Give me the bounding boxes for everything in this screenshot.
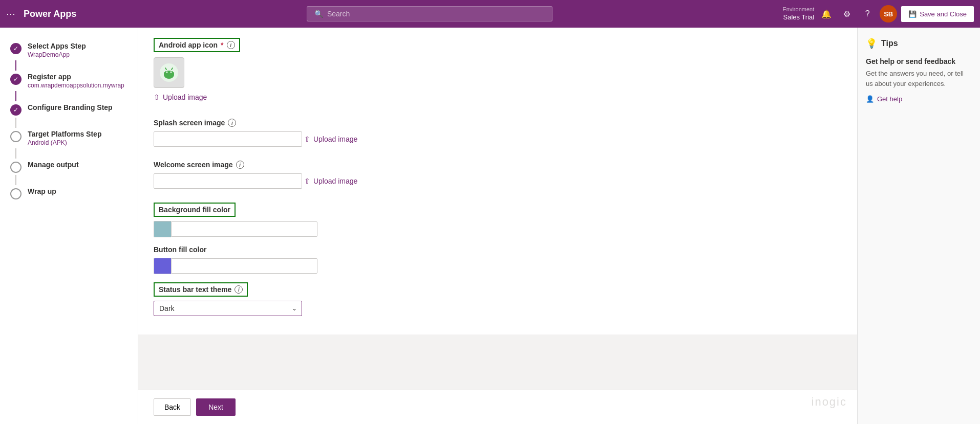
search-icon: 🔍 [314,10,323,18]
welcome-screen-group: Welcome screen image i undefined ⇧ Uploa… [154,161,842,194]
sidebar-item-wrap-up[interactable]: Wrap up [0,183,138,204]
step-title-wrap-up: Wrap up [28,187,56,195]
android-icon-info[interactable]: i [227,41,235,49]
sidebar-item-target-platforms[interactable]: Target Platforms Step Android (APK) [0,126,138,150]
bottom-actions: Back Next [138,390,857,424]
sidebar-item-register-app[interactable]: ✓ Register app com.wrapdemoappsolution.m… [0,69,138,93]
scrollable-main: Android app icon * i [138,28,857,390]
next-button[interactable]: Next [196,398,236,416]
tips-panel: 💡 Tips Get help or send feedback Get the… [857,28,980,424]
welcome-screen-input[interactable]: undefined [154,173,302,189]
upload-splash-link[interactable]: ⇧ Upload image [304,135,357,143]
help-icon[interactable]: ? [859,6,876,22]
step-indicator-manage-output [10,162,22,173]
button-fill-swatch[interactable] [154,258,171,274]
environment-name: Sales Trial [782,13,814,22]
sidebar-item-select-apps[interactable]: ✓ Select Apps Step WrapDemoApp [0,38,138,62]
step-text-manage-output: Manage output [28,161,79,169]
step-title-configure-branding: Configure Branding Step [28,103,113,111]
step-indicator-configure-branding: ✓ [10,104,22,116]
background-fill-label: Background fill color [159,206,230,214]
content-scroll-wrapper: Android app icon * i [138,28,857,424]
step-subtitle-target-platforms: Android (APK) [28,139,101,146]
search-box: 🔍 [307,6,552,21]
status-bar-dropdown[interactable]: Dark Light [154,301,302,316]
upload-welcome-link[interactable]: ⇧ Upload image [304,177,357,185]
step-indicator-register-app: ✓ [10,74,22,85]
svg-rect-7 [164,72,165,76]
tips-title: 💡 Tips [866,38,972,49]
background-fill-color-group: #8fbcc4 [154,221,317,237]
splash-screen-info[interactable]: i [228,119,236,127]
background-fill-group: Background fill color #8fbcc4 [154,203,842,237]
step-indicator-wrap-up [10,188,22,199]
status-bar-dropdown-container: Dark Light ⌄ [154,301,302,316]
step-title-manage-output: Manage output [28,161,79,169]
background-fill-label-highlighted: Background fill color [154,203,236,217]
android-icon-preview [154,57,184,88]
status-bar-label: Status bar text theme i [159,285,243,294]
save-icon: 💾 [908,10,917,18]
status-bar-label-highlighted: Status bar text theme i [154,282,248,297]
button-fill-color-group: #675fd9 [154,258,317,274]
welcome-screen-label: Welcome screen image i [154,161,842,169]
button-fill-label: Button fill color [154,246,842,254]
top-nav-right: Environment Sales Trial 🔔 ⚙ ? SB 💾 Save … [782,5,974,23]
sidebar-item-manage-output[interactable]: Manage output [0,157,138,177]
app-name: Power Apps [24,9,76,19]
settings-icon[interactable]: ⚙ [839,6,855,22]
sidebar: ✓ Select Apps Step WrapDemoApp ✓ Registe… [0,28,138,424]
step-text-wrap-up: Wrap up [28,187,56,195]
get-help-link[interactable]: 👤 Get help [866,95,902,103]
step-title-select-apps: Select Apps Step [28,42,86,50]
background-fill-swatch[interactable] [154,221,171,237]
step-indicator-target-platforms [10,131,22,142]
step-text-select-apps: Select Apps Step WrapDemoApp [28,42,86,58]
person-icon: 👤 [866,95,874,103]
sidebar-item-configure-branding[interactable]: ✓ Configure Branding Step [0,99,138,120]
step-subtitle-select-apps: WrapDemoApp [28,51,86,58]
status-bar-info[interactable]: i [235,285,243,294]
svg-rect-8 [173,72,174,76]
environment-label: Environment [782,6,814,13]
welcome-screen-info[interactable]: i [236,161,244,169]
tips-content: Get help or send feedback Get the answer… [866,57,972,103]
main-content: Android app icon * i [138,28,857,334]
step-title-target-platforms: Target Platforms Step [28,130,101,138]
content-area: Android app icon * i [138,28,980,424]
android-robot-svg [159,62,179,83]
splash-screen-group: Splash screen image i undefined ⇧ Upload… [154,119,842,152]
android-icon-label-highlighted: Android app icon * i [154,38,240,52]
environment-info: Environment Sales Trial [782,6,814,21]
android-icon-label: Android app icon * i [159,41,235,49]
tips-feedback-text: Get the answers you need, or tell us abo… [866,69,972,88]
avatar[interactable]: SB [880,5,897,23]
status-bar-group: Status bar text theme i Dark Light ⌄ [154,282,842,316]
step-text-register-app: Register app com.wrapdemoappsolution.myw… [28,73,124,89]
upload-welcome-icon: ⇧ [304,177,310,185]
step-subtitle-register-app: com.wrapdemoappsolution.mywrap [28,82,124,89]
tips-feedback-title: Get help or send feedback [866,57,972,65]
android-icon-group: Android app icon * i [154,38,842,110]
required-marker: * [221,41,223,49]
main-layout: ✓ Select Apps Step WrapDemoApp ✓ Registe… [0,28,980,424]
notifications-icon[interactable]: 🔔 [818,6,835,22]
button-fill-input[interactable]: #675fd9 [171,258,317,274]
background-fill-input[interactable]: #8fbcc4 [171,221,317,237]
step-indicator-select-apps: ✓ [10,43,22,54]
back-button[interactable]: Back [154,398,191,416]
step-text-configure-branding: Configure Branding Step [28,103,113,111]
splash-screen-label: Splash screen image i [154,119,842,127]
upload-android-icon-link[interactable]: ⇧ Upload image [154,93,207,101]
waffle-icon[interactable]: ⋯ [6,8,15,19]
upload-icon: ⇧ [154,93,160,101]
inogic-watermark: inogic [812,395,847,409]
top-navigation: ⋯ Power Apps 🔍 Environment Sales Trial 🔔… [0,0,980,28]
search-input[interactable] [327,10,545,18]
save-close-button[interactable]: 💾 Save and Close [901,6,974,22]
svg-point-4 [171,72,172,73]
step-text-target-platforms: Target Platforms Step Android (APK) [28,130,101,146]
svg-rect-2 [165,71,173,76]
step-title-register-app: Register app [28,73,124,81]
splash-screen-input[interactable]: undefined [154,131,302,147]
